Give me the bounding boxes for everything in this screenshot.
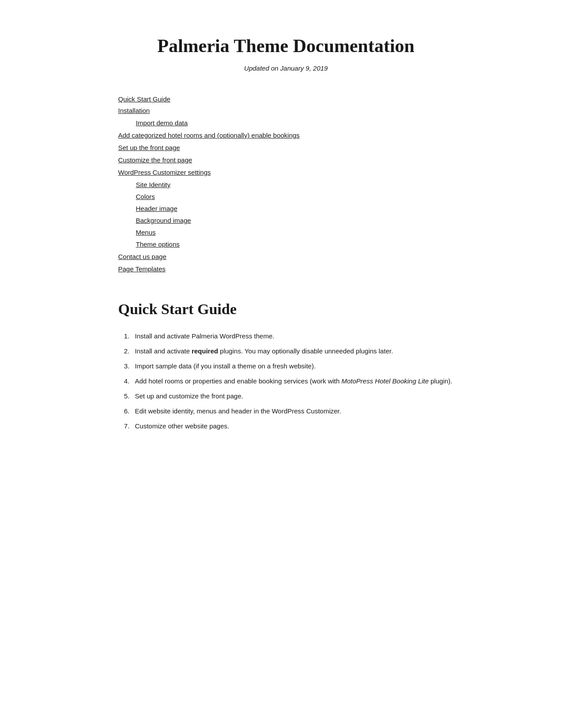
list-item: Install and activate required plugins. Y… [132,346,454,356]
page-title: Palmeria Theme Documentation [118,35,454,56]
list-item-text: Set up and customize the front page. [135,392,243,400]
toc-link-menus[interactable]: Menus [136,229,156,236]
bold-text: required [192,347,218,355]
toc-link-customize-front-page[interactable]: Customize the front page [118,156,193,164]
list-item-text: Install and activate required plugins. Y… [135,347,393,355]
quick-start-guide-list: Install and activate Palmeria WordPress … [132,331,454,432]
toc-link-installation[interactable]: Installation [118,107,150,114]
toc-link-theme-options[interactable]: Theme options [136,240,180,248]
toc-item-customize-front-page: Customize the front page [118,155,454,165]
toc-item-setup-front-page: Set up the front page [118,143,454,153]
toc-link-quick-start[interactable]: Quick Start Guide [118,95,170,103]
list-item: Customize other website pages. [132,421,454,432]
toc-link-hotel-rooms[interactable]: Add categorized hotel rooms and (optiona… [118,131,300,139]
toc-item-installation: Installation [118,105,454,116]
list-item-text: Add hotel rooms or properties and enable… [135,377,453,385]
toc-subitem-header-image: Header image [136,203,454,214]
toc-link-wp-customizer[interactable]: WordPress Customizer settings [118,169,211,176]
toc-link-setup-front-page[interactable]: Set up the front page [118,144,180,151]
list-item: Import sample data (if you install a the… [132,361,454,372]
list-item: Add hotel rooms or properties and enable… [132,376,454,387]
toc-subitem-theme-options: Theme options [136,239,454,250]
toc-link-header-image[interactable]: Header image [136,205,178,212]
list-item: Edit website identity, menus and header … [132,406,454,417]
list-item: Install and activate Palmeria WordPress … [132,331,454,341]
toc-item-quick-start: Quick Start Guide [118,94,454,105]
toc-item-contact-us: Contact us page [118,251,454,262]
toc-link-site-identity[interactable]: Site Identity [136,181,170,188]
toc-subitem-import-demo: Import demo data [136,118,454,128]
toc-link-background-image[interactable]: Background image [136,217,191,224]
table-of-contents: Quick Start Guide Installation Import de… [118,94,454,274]
toc-link-colors[interactable]: Colors [136,193,155,200]
page-container: Palmeria Theme Documentation Updated on … [83,0,480,471]
toc-group-wp-customizer: WordPress Customizer settings Site Ident… [118,167,454,250]
list-item-text: Edit website identity, menus and header … [135,407,341,415]
quick-start-guide-section: Quick Start Guide Install and activate P… [118,301,454,432]
toc-group-installation: Installation Import demo data [118,105,454,128]
list-item-text: Customize other website pages. [135,422,229,430]
page-subtitle: Updated on January 9, 2019 [118,64,454,72]
list-item-text: Install and activate Palmeria WordPress … [135,332,275,340]
toc-item-hotel-rooms: Add categorized hotel rooms and (optiona… [118,130,454,141]
toc-subitem-menus: Menus [136,227,454,238]
toc-link-contact-us[interactable]: Contact us page [118,253,166,260]
toc-subitem-background-image: Background image [136,215,454,226]
list-item: Set up and customize the front page. [132,391,454,402]
list-item-text: Import sample data (if you install a the… [135,362,316,370]
quick-start-guide-heading: Quick Start Guide [118,301,454,318]
toc-link-page-templates[interactable]: Page Templates [118,265,166,273]
toc-subitem-site-identity: Site Identity [136,180,454,190]
toc-subitem-colors: Colors [136,191,454,202]
toc-link-import-demo[interactable]: Import demo data [136,119,188,127]
italic-text: MotoPress Hotel Booking Lite [341,377,429,385]
toc-item-wp-customizer: WordPress Customizer settings [118,167,454,178]
toc-item-page-templates: Page Templates [118,264,454,274]
